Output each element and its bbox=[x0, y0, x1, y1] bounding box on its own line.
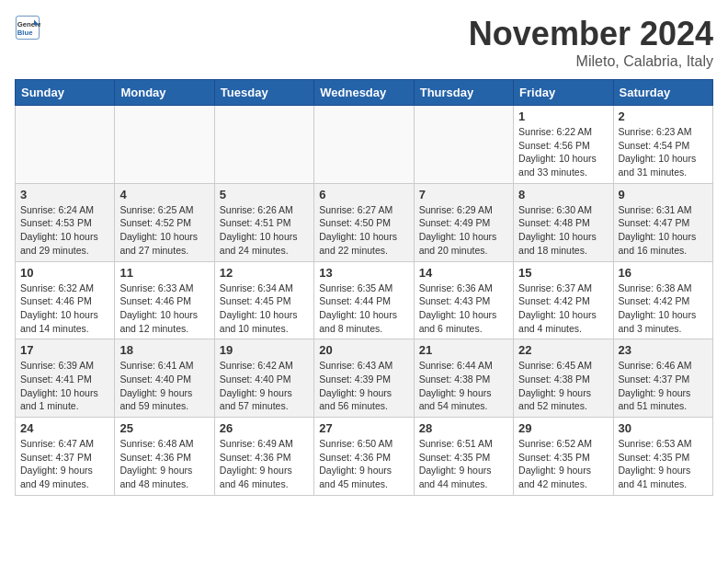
day-number: 22 bbox=[518, 343, 608, 357]
calendar-cell: 3Sunrise: 6:24 AMSunset: 4:53 PMDaylight… bbox=[16, 183, 115, 261]
day-number: 12 bbox=[220, 266, 309, 280]
calendar-cell: 27Sunrise: 6:50 AMSunset: 4:36 PMDayligh… bbox=[314, 418, 414, 496]
calendar-cell: 9Sunrise: 6:31 AMSunset: 4:47 PMDaylight… bbox=[613, 183, 712, 261]
day-number: 7 bbox=[419, 188, 508, 201]
day-number: 15 bbox=[518, 266, 608, 280]
day-number: 10 bbox=[20, 266, 109, 280]
day-number: 4 bbox=[119, 188, 209, 201]
calendar-cell: 13Sunrise: 6:35 AMSunset: 4:44 PMDayligh… bbox=[314, 261, 414, 339]
day-info: Sunrise: 6:44 AMSunset: 4:38 PMDaylight:… bbox=[419, 359, 508, 413]
calendar-cell: 11Sunrise: 6:33 AMSunset: 4:46 PMDayligh… bbox=[115, 261, 214, 339]
day-number: 28 bbox=[419, 421, 508, 435]
day-number: 1 bbox=[518, 109, 608, 123]
calendar-cell: 20Sunrise: 6:43 AMSunset: 4:39 PMDayligh… bbox=[314, 339, 414, 418]
day-info: Sunrise: 6:37 AMSunset: 4:42 PMDaylight:… bbox=[518, 282, 608, 336]
day-number: 17 bbox=[20, 343, 109, 357]
calendar-cell bbox=[16, 106, 115, 184]
day-info: Sunrise: 6:35 AMSunset: 4:44 PMDaylight:… bbox=[319, 282, 408, 336]
calendar-week-row: 24Sunrise: 6:47 AMSunset: 4:37 PMDayligh… bbox=[16, 418, 713, 496]
day-info: Sunrise: 6:34 AMSunset: 4:45 PMDaylight:… bbox=[220, 282, 309, 336]
day-number: 19 bbox=[220, 343, 309, 357]
weekday-header: Thursday bbox=[414, 80, 513, 106]
day-number: 16 bbox=[619, 266, 708, 280]
day-info: Sunrise: 6:50 AMSunset: 4:36 PMDaylight:… bbox=[319, 437, 408, 491]
calendar-week-row: 10Sunrise: 6:32 AMSunset: 4:46 PMDayligh… bbox=[16, 261, 713, 339]
calendar-cell: 21Sunrise: 6:44 AMSunset: 4:38 PMDayligh… bbox=[414, 339, 513, 418]
day-number: 30 bbox=[619, 421, 708, 435]
day-info: Sunrise: 6:32 AMSunset: 4:46 PMDaylight:… bbox=[20, 282, 109, 336]
logo: General Blue bbox=[15, 15, 40, 40]
day-info: Sunrise: 6:53 AMSunset: 4:35 PMDaylight:… bbox=[619, 437, 708, 491]
calendar-cell: 16Sunrise: 6:38 AMSunset: 4:42 PMDayligh… bbox=[613, 261, 712, 339]
day-number: 26 bbox=[220, 421, 309, 435]
calendar-week-row: 1Sunrise: 6:22 AMSunset: 4:56 PMDaylight… bbox=[16, 106, 713, 184]
calendar-cell: 26Sunrise: 6:49 AMSunset: 4:36 PMDayligh… bbox=[214, 418, 313, 496]
day-number: 9 bbox=[619, 188, 708, 201]
logo-icon: General Blue bbox=[15, 15, 40, 40]
day-number: 20 bbox=[319, 343, 408, 357]
day-info: Sunrise: 6:46 AMSunset: 4:37 PMDaylight:… bbox=[619, 359, 708, 413]
day-number: 24 bbox=[20, 421, 109, 435]
calendar-cell: 22Sunrise: 6:45 AMSunset: 4:38 PMDayligh… bbox=[514, 339, 613, 418]
day-info: Sunrise: 6:52 AMSunset: 4:35 PMDaylight:… bbox=[518, 437, 608, 491]
day-info: Sunrise: 6:49 AMSunset: 4:36 PMDaylight:… bbox=[220, 437, 309, 491]
day-info: Sunrise: 6:30 AMSunset: 4:48 PMDaylight:… bbox=[518, 203, 608, 258]
day-info: Sunrise: 6:24 AMSunset: 4:53 PMDaylight:… bbox=[20, 203, 109, 258]
calendar-cell: 4Sunrise: 6:25 AMSunset: 4:52 PMDaylight… bbox=[115, 183, 214, 261]
title-section: November 2024 Mileto, Calabria, Italy bbox=[469, 15, 713, 70]
day-number: 18 bbox=[119, 343, 209, 357]
weekday-header-row: SundayMondayTuesdayWednesdayThursdayFrid… bbox=[16, 80, 713, 106]
calendar-cell: 7Sunrise: 6:29 AMSunset: 4:49 PMDaylight… bbox=[414, 183, 513, 261]
weekday-header: Friday bbox=[514, 80, 613, 106]
calendar-cell: 8Sunrise: 6:30 AMSunset: 4:48 PMDaylight… bbox=[514, 183, 613, 261]
day-info: Sunrise: 6:36 AMSunset: 4:43 PMDaylight:… bbox=[419, 282, 508, 336]
day-info: Sunrise: 6:27 AMSunset: 4:50 PMDaylight:… bbox=[319, 203, 408, 258]
calendar-cell: 14Sunrise: 6:36 AMSunset: 4:43 PMDayligh… bbox=[414, 261, 513, 339]
day-number: 3 bbox=[20, 188, 109, 201]
day-info: Sunrise: 6:31 AMSunset: 4:47 PMDaylight:… bbox=[619, 203, 708, 258]
day-info: Sunrise: 6:43 AMSunset: 4:39 PMDaylight:… bbox=[319, 359, 408, 413]
calendar-cell: 19Sunrise: 6:42 AMSunset: 4:40 PMDayligh… bbox=[214, 339, 313, 418]
day-info: Sunrise: 6:38 AMSunset: 4:42 PMDaylight:… bbox=[619, 282, 708, 336]
day-info: Sunrise: 6:23 AMSunset: 4:54 PMDaylight:… bbox=[619, 125, 708, 179]
calendar-cell: 18Sunrise: 6:41 AMSunset: 4:40 PMDayligh… bbox=[115, 339, 214, 418]
weekday-header: Wednesday bbox=[314, 80, 414, 106]
calendar-cell bbox=[414, 106, 513, 184]
day-info: Sunrise: 6:25 AMSunset: 4:52 PMDaylight:… bbox=[119, 203, 209, 258]
day-number: 2 bbox=[619, 109, 708, 123]
calendar-cell bbox=[115, 106, 214, 184]
day-number: 5 bbox=[220, 188, 309, 201]
weekday-header: Monday bbox=[115, 80, 214, 106]
day-number: 29 bbox=[518, 421, 608, 435]
calendar-cell bbox=[214, 106, 313, 184]
calendar-cell: 23Sunrise: 6:46 AMSunset: 4:37 PMDayligh… bbox=[613, 339, 712, 418]
day-info: Sunrise: 6:29 AMSunset: 4:49 PMDaylight:… bbox=[419, 203, 508, 258]
svg-text:Blue: Blue bbox=[17, 29, 33, 37]
day-number: 23 bbox=[619, 343, 708, 357]
calendar-cell: 2Sunrise: 6:23 AMSunset: 4:54 PMDaylight… bbox=[613, 106, 712, 184]
day-number: 27 bbox=[319, 421, 408, 435]
calendar-cell: 30Sunrise: 6:53 AMSunset: 4:35 PMDayligh… bbox=[613, 418, 712, 496]
day-number: 13 bbox=[319, 266, 408, 280]
day-info: Sunrise: 6:22 AMSunset: 4:56 PMDaylight:… bbox=[518, 125, 608, 179]
calendar-cell bbox=[314, 106, 414, 184]
calendar-week-row: 17Sunrise: 6:39 AMSunset: 4:41 PMDayligh… bbox=[16, 339, 713, 418]
calendar-cell: 12Sunrise: 6:34 AMSunset: 4:45 PMDayligh… bbox=[214, 261, 313, 339]
calendar-cell: 10Sunrise: 6:32 AMSunset: 4:46 PMDayligh… bbox=[16, 261, 115, 339]
day-info: Sunrise: 6:45 AMSunset: 4:38 PMDaylight:… bbox=[518, 359, 608, 413]
location: Mileto, Calabria, Italy bbox=[469, 53, 713, 70]
day-info: Sunrise: 6:42 AMSunset: 4:40 PMDaylight:… bbox=[220, 359, 309, 413]
calendar-cell: 25Sunrise: 6:48 AMSunset: 4:36 PMDayligh… bbox=[115, 418, 214, 496]
day-info: Sunrise: 6:33 AMSunset: 4:46 PMDaylight:… bbox=[119, 282, 209, 336]
day-info: Sunrise: 6:51 AMSunset: 4:35 PMDaylight:… bbox=[419, 437, 508, 491]
day-info: Sunrise: 6:39 AMSunset: 4:41 PMDaylight:… bbox=[20, 359, 109, 413]
calendar-cell: 28Sunrise: 6:51 AMSunset: 4:35 PMDayligh… bbox=[414, 418, 513, 496]
page-header: General Blue November 2024 Mileto, Calab… bbox=[15, 15, 713, 70]
day-number: 25 bbox=[119, 421, 209, 435]
calendar-table: SundayMondayTuesdayWednesdayThursdayFrid… bbox=[15, 79, 713, 496]
calendar-cell: 17Sunrise: 6:39 AMSunset: 4:41 PMDayligh… bbox=[16, 339, 115, 418]
day-info: Sunrise: 6:41 AMSunset: 4:40 PMDaylight:… bbox=[119, 359, 209, 413]
day-info: Sunrise: 6:47 AMSunset: 4:37 PMDaylight:… bbox=[20, 437, 109, 491]
weekday-header: Saturday bbox=[613, 80, 712, 106]
calendar-cell: 29Sunrise: 6:52 AMSunset: 4:35 PMDayligh… bbox=[514, 418, 613, 496]
